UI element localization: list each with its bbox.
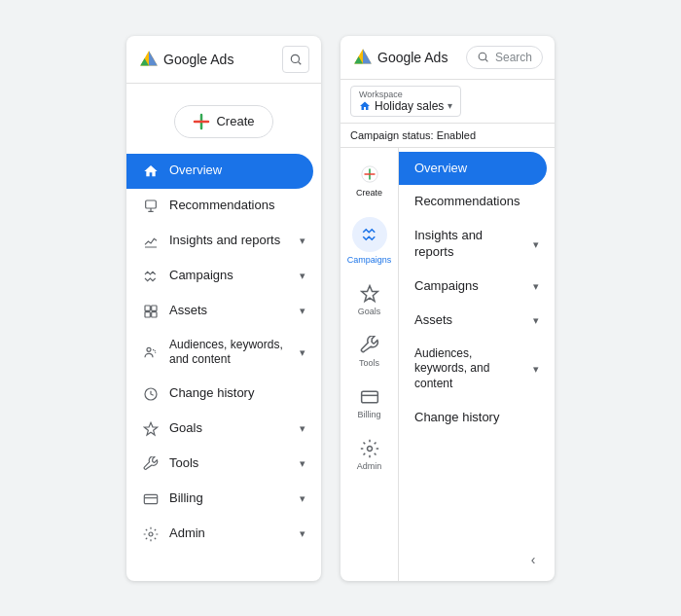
sidebar-campaigns-label: Campaigns [347, 255, 392, 265]
nav-label-audiences: Audiences, keywords, and content [169, 338, 290, 368]
left-panel: Google Ads Create [126, 36, 321, 581]
nav-item-campaigns[interactable]: Campaigns ▾ [126, 259, 321, 294]
svg-line-28 [485, 59, 487, 61]
nav-label-admin: Admin [169, 525, 290, 542]
right-nav-recommendations[interactable]: Recommendations [399, 185, 555, 219]
sidebar-goals-label: Goals [358, 307, 381, 316]
svg-marker-24 [363, 49, 372, 63]
sidebar-icon-goals[interactable]: Goals [340, 274, 398, 326]
sidebar-icon-campaigns[interactable]: Campaigns [340, 207, 398, 274]
right-nav-audiences[interactable]: Audiences, keywords, and content ▾ [399, 338, 555, 401]
sidebar-tools-label: Tools [359, 358, 379, 368]
nav-item-admin[interactable]: Admin ▾ [126, 517, 321, 552]
create-button[interactable]: Create [174, 105, 272, 138]
workspace-dropdown[interactable]: Workspace Holiday sales ▾ [350, 86, 461, 117]
collapse-button[interactable]: ‹ [521, 548, 545, 571]
nav-item-goals[interactable]: Goals ▾ [126, 412, 321, 447]
sidebar-admin-icon [360, 439, 379, 458]
svg-rect-13 [145, 306, 150, 310]
svg-marker-19 [144, 422, 157, 435]
nav-item-assets[interactable]: Assets ▾ [126, 294, 321, 329]
right-nav-insights[interactable]: Insights and reports ▾ [399, 219, 555, 270]
google-ads-logo-icon [138, 49, 160, 70]
chevron-admin: ▾ [300, 527, 305, 540]
lightbulb-icon [142, 198, 160, 215]
right-nav-label-overview: Overview [414, 161, 531, 177]
nav-label-campaigns: Campaigns [169, 268, 290, 284]
audience-icon [142, 344, 160, 361]
nav-item-change-history[interactable]: Change history [126, 377, 321, 412]
right-chevron-assets: ▾ [533, 314, 539, 327]
right-chevron-insights: ▾ [533, 238, 539, 251]
sidebar-icon-tools[interactable]: Tools [340, 326, 398, 378]
nav-label-recommendations: Recommendations [169, 198, 305, 214]
sidebar-admin-label: Admin [357, 461, 382, 471]
sidebar-billing-icon [360, 387, 379, 407]
right-nav-label-audiences: Audiences, keywords, and content [414, 346, 523, 392]
sidebar-icon-admin[interactable]: Admin [340, 429, 398, 481]
nav-item-insights[interactable]: Insights and reports ▾ [126, 224, 321, 259]
assets-icon [142, 303, 160, 320]
nav-label-insights: Insights and reports [169, 233, 290, 249]
nav-item-billing[interactable]: Billing ▾ [126, 482, 321, 517]
right-nav-campaigns[interactable]: Campaigns ▾ [399, 270, 555, 304]
campaigns-icon [142, 268, 160, 285]
right-logo: Google Ads [352, 47, 448, 68]
chevron-insights: ▾ [300, 235, 305, 247]
svg-point-5 [291, 54, 299, 62]
chevron-tools: ▾ [300, 457, 305, 470]
sidebar-icon-create[interactable]: Create [340, 156, 398, 207]
svg-point-27 [479, 53, 486, 60]
insights-icon [142, 233, 160, 250]
svg-rect-15 [145, 311, 150, 316]
search-icon [289, 53, 303, 66]
svg-rect-14 [152, 306, 157, 310]
goals-icon [142, 420, 160, 438]
workspace-chevron: ▾ [448, 100, 452, 111]
left-panel-header: Google Ads [126, 36, 321, 84]
svg-line-6 [299, 61, 302, 64]
billing-icon [142, 490, 160, 508]
sidebar-create-plus-icon [361, 165, 378, 183]
sidebar-campaigns-circle [352, 217, 387, 252]
right-sidebar-icons: Create Campaigns Goals Tools [340, 148, 399, 581]
nav-item-recommendations[interactable]: Recommendations [126, 189, 321, 224]
left-nav: Overview Recommendations Insights and re… [126, 154, 321, 552]
campaign-status: Campaign status: Enabled [350, 129, 476, 141]
sidebar-tools-icon [360, 336, 379, 355]
left-search-box[interactable] [282, 46, 309, 73]
chevron-goals: ▾ [300, 422, 305, 435]
sidebar-icon-billing[interactable]: Billing [340, 378, 398, 429]
right-panel-inner: Create Campaigns Goals Tools [340, 148, 555, 581]
nav-item-tools[interactable]: Tools ▾ [126, 447, 321, 482]
right-nav-label-campaigns: Campaigns [414, 278, 523, 295]
workspace-name: Holiday sales ▾ [359, 99, 452, 113]
right-nav-change-history[interactable]: Change history [399, 401, 555, 435]
sidebar-create-label: Create [356, 188, 382, 198]
chevron-campaigns: ▾ [300, 270, 305, 282]
right-nav-label-recommendations: Recommendations [414, 194, 539, 210]
svg-point-22 [149, 532, 153, 536]
right-nav: Overview Recommendations Insights and re… [399, 148, 555, 581]
nav-item-overview[interactable]: Overview [126, 154, 313, 189]
right-nav-overview[interactable]: Overview [399, 152, 547, 186]
nav-item-audiences[interactable]: Audiences, keywords, and content ▾ [126, 329, 321, 377]
workspace-home-icon [359, 100, 371, 112]
right-search-box[interactable]: Search [466, 46, 543, 69]
nav-label-assets: Assets [169, 303, 290, 319]
history-icon [142, 385, 160, 403]
svg-rect-9 [146, 200, 157, 208]
nav-label-change-history: Change history [169, 385, 305, 402]
nav-label-tools: Tools [169, 455, 290, 472]
collapse-icon: ‹ [531, 552, 536, 567]
tools-icon [142, 455, 160, 473]
nav-label-goals: Goals [169, 420, 290, 437]
right-nav-label-assets: Assets [414, 312, 523, 329]
workspace-bar: Workspace Holiday sales ▾ [340, 80, 555, 124]
admin-icon [142, 525, 160, 543]
sidebar-billing-label: Billing [357, 410, 380, 419]
right-nav-assets[interactable]: Assets ▾ [399, 304, 555, 338]
right-chevron-audiences: ▾ [533, 363, 539, 376]
right-chevron-campaigns: ▾ [533, 280, 539, 293]
right-search-icon [477, 51, 489, 63]
